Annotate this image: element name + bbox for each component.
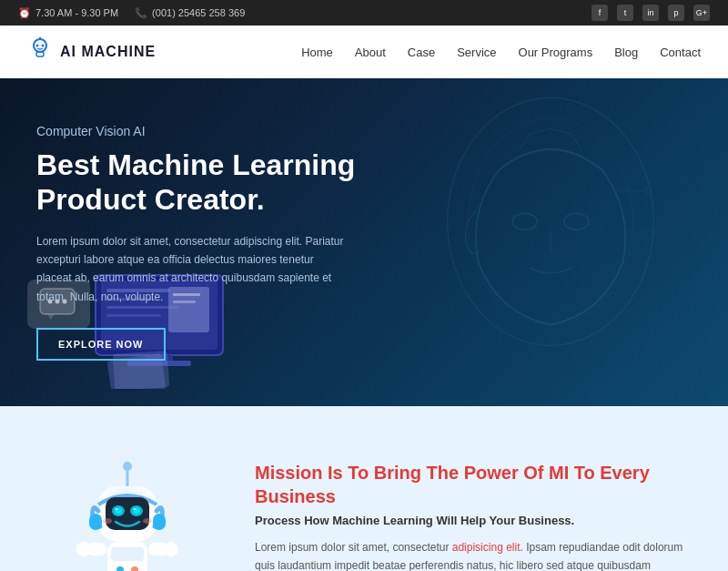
mission-section: Mission Is To Bring The Power Of MI To E… <box>0 406 728 571</box>
svg-rect-49 <box>89 514 102 530</box>
svg-point-58 <box>103 518 112 524</box>
logo-icon <box>27 36 53 67</box>
mission-title: Mission Is To Bring The Power Of MI To E… <box>255 461 692 508</box>
hero-title: Best Machine Learning Product Creator. <box>36 148 419 218</box>
svg-point-4 <box>42 45 45 47</box>
svg-point-59 <box>143 518 152 524</box>
phone-info: 📞 (001) 25465 258 369 <box>135 7 245 19</box>
svg-rect-2 <box>36 52 44 56</box>
hero-subtitle: Computer Vision AI <box>36 124 419 138</box>
mission-desc: Lorem ipsum dolor sit amet, consectetur … <box>255 538 692 571</box>
logo-text: AI MACHINE <box>60 44 156 60</box>
social-links: f t in p G+ <box>592 5 710 21</box>
mission-text: Mission Is To Bring The Power Of MI To E… <box>255 452 692 571</box>
mission-title-highlight: T <box>427 463 438 483</box>
twitter-icon[interactable]: t <box>617 5 633 21</box>
svg-point-20 <box>654 229 661 235</box>
hero-content: Computer Vision AI Best Machine Learning… <box>36 124 419 361</box>
phone-icon: 📞 <box>135 7 147 19</box>
svg-point-0 <box>34 39 46 52</box>
svg-point-3 <box>36 45 39 47</box>
mission-desc-before: Lorem ipsum dolor sit amet, consectetur <box>255 541 452 554</box>
svg-rect-50 <box>153 514 166 530</box>
nav-blog[interactable]: Blog <box>614 46 638 59</box>
svg-point-66 <box>76 542 91 556</box>
ai-head-bg <box>391 87 710 397</box>
linkedin-icon[interactable]: in <box>642 5 659 21</box>
mission-title-part1: Mission Is To Bring <box>255 463 427 483</box>
hero-section: Computer Vision AI Best Machine Learning… <box>0 78 728 406</box>
svg-point-7 <box>512 213 537 229</box>
nav-contact[interactable]: Contact <box>660 46 701 59</box>
top-bar-left: ⏰ 7.30 AM - 9.30 PM 📞 (001) 25465 258 36… <box>18 7 245 19</box>
pinterest-icon[interactable]: p <box>668 5 684 21</box>
svg-point-8 <box>564 213 589 229</box>
nav-programs[interactable]: Our Programs <box>519 46 593 59</box>
svg-rect-61 <box>111 547 144 561</box>
explore-now-button[interactable]: EXPLORE NOW <box>36 328 166 361</box>
top-bar: ⏰ 7.30 AM - 9.30 PM 📞 (001) 25465 258 36… <box>0 0 728 25</box>
mission-desc-highlight1: adipisicing elit <box>452 541 521 554</box>
nav-case[interactable]: Case <box>408 46 435 59</box>
header: AI MACHINE Home About Case Service Our P… <box>0 25 728 78</box>
mission-subtitle: Process How Machine Learning Will Help Y… <box>255 514 692 527</box>
nav-about[interactable]: About <box>355 46 386 59</box>
nav-home[interactable]: Home <box>301 46 333 59</box>
hero-desc: Lorem ipsum dolor sit amet, consectetur … <box>36 232 346 307</box>
facebook-icon[interactable]: f <box>592 5 608 21</box>
hours-info: ⏰ 7.30 AM - 9.30 PM <box>18 7 118 19</box>
svg-point-56 <box>116 508 118 510</box>
robot-illustration <box>36 452 218 571</box>
main-nav: Home About Case Service Our Programs Blo… <box>301 46 701 59</box>
logo: AI MACHINE <box>27 36 156 67</box>
phone-text: (001) 25465 258 369 <box>152 7 245 18</box>
hours-text: 7.30 AM - 9.30 PM <box>35 7 118 18</box>
svg-point-46 <box>123 462 132 471</box>
clock-icon: ⏰ <box>18 7 31 19</box>
svg-point-57 <box>134 508 136 510</box>
nav-service[interactable]: Service <box>457 46 496 59</box>
googleplus-icon[interactable]: G+ <box>693 5 710 21</box>
svg-point-67 <box>164 542 178 556</box>
